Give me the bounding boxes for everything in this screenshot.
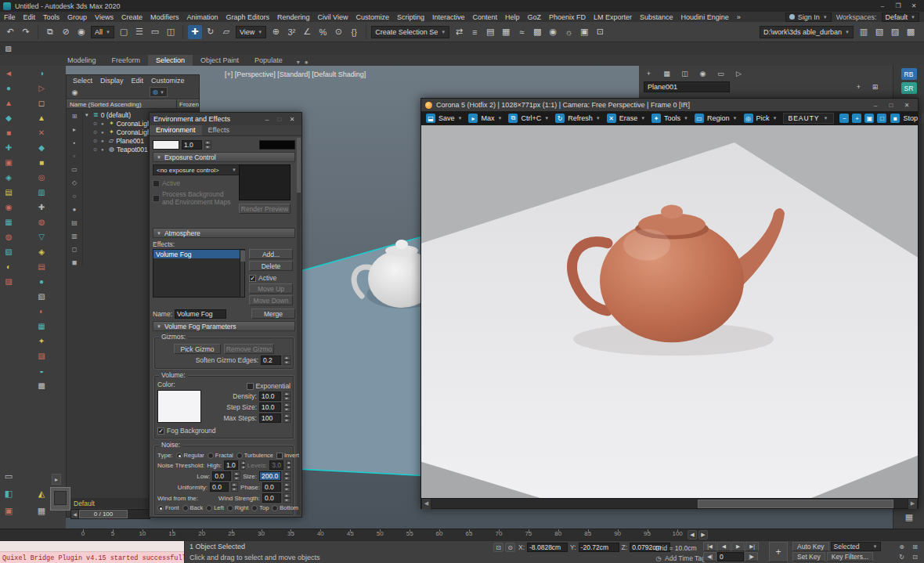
pick-gizmo-button[interactable]: Pick Gizmo <box>174 344 221 354</box>
tool-icon[interactable]: ▲ <box>2 97 16 109</box>
explorer-tool-icon[interactable]: ◼ <box>70 258 80 267</box>
timeline-tick[interactable]: 30 <box>257 530 266 540</box>
track-right-icon[interactable]: ▶ <box>698 530 708 540</box>
visibility-icon[interactable]: ⊙ <box>93 138 99 143</box>
viewport-tool-icon[interactable]: ▦ <box>662 68 672 78</box>
rendered-frame-window-icon[interactable]: ▣ <box>577 25 591 39</box>
region-button[interactable]: ▭ Region ▼ <box>695 114 737 123</box>
tool-icon[interactable]: ◎ <box>35 171 49 183</box>
toggle-ribbon-icon[interactable]: ▦ <box>499 25 513 39</box>
tool-icon[interactable]: ◈ <box>35 246 49 258</box>
uniformity-field[interactable]: 0.0 <box>210 482 229 492</box>
timeline-tick[interactable]: 65 <box>464 530 474 540</box>
timeline-tick[interactable]: 80 <box>554 530 563 540</box>
track-bar[interactable]: 0510152025303540455055606570758085909510… <box>0 529 924 540</box>
go-to-end-button[interactable]: ▶| <box>745 542 759 551</box>
select-by-name-icon[interactable]: ☰ <box>132 25 146 39</box>
viewport-tool-icon[interactable]: ▷ <box>734 68 744 78</box>
timeline-tick[interactable]: 90 <box>613 530 623 540</box>
ribbon-tab[interactable]: Modeling <box>60 55 104 66</box>
density-field[interactable]: 10.0 <box>259 392 281 401</box>
explorer-tool-icon[interactable]: ▫ <box>70 152 80 161</box>
size-spinner[interactable] <box>283 471 291 481</box>
density-spinner[interactable] <box>283 392 291 401</box>
noise-low-spinner[interactable] <box>233 471 240 481</box>
tool-icon[interactable]: ▤ <box>35 261 49 272</box>
use-pivot-point-icon[interactable]: ⊕ <box>269 25 283 39</box>
schematic-view-icon[interactable]: ▩ <box>530 25 544 39</box>
key-filter-selection-dropdown[interactable]: Selected▼ <box>831 542 881 551</box>
zoom-actual-icon[interactable]: □ <box>877 114 886 123</box>
tool-icon[interactable]: ◑ <box>35 67 49 79</box>
timeline-tick[interactable]: 85 <box>583 530 593 540</box>
explorer-tool-icon[interactable]: ◇ <box>70 179 80 187</box>
level-spinner[interactable] <box>204 140 211 150</box>
menu-item[interactable]: Customize <box>352 13 393 21</box>
soften-spinner[interactable] <box>283 355 291 365</box>
tool-icon[interactable]: ◉ <box>2 201 16 213</box>
menu-item[interactable]: Help <box>501 13 524 21</box>
ambient-color-swatch[interactable] <box>259 140 295 150</box>
explorer-tool-icon[interactable]: ▤ <box>70 218 80 227</box>
timeline-tick[interactable]: 45 <box>345 530 355 540</box>
display-filter-dropdown[interactable]: ◍ ▼ <box>150 87 168 97</box>
max-button[interactable]: ▸ Max ▼ <box>468 114 502 123</box>
tool-icon[interactable]: ✚ <box>35 201 49 213</box>
timeline-tick[interactable]: 55 <box>405 530 414 540</box>
effect-item-selected[interactable]: Volume Fog <box>153 250 244 258</box>
ribbon-tab[interactable]: Object Paint <box>193 55 247 66</box>
previous-key-button[interactable]: ◀| <box>703 552 716 561</box>
ribbon-tab[interactable]: Freeform <box>104 55 149 66</box>
menu-item[interactable]: GoZ <box>524 13 546 21</box>
viewport-tool-icon[interactable]: ◉ <box>698 68 708 78</box>
save-button[interactable]: ⬓ Save ▼ <box>426 114 462 123</box>
rb-plugin-button[interactable]: RB <box>901 68 917 80</box>
bind-to-spacewarp-icon[interactable]: ◉ <box>74 25 88 39</box>
tool-icon[interactable]: ■ <box>35 157 49 168</box>
dialog-close-button[interactable]: ✕ <box>287 114 298 124</box>
timeline-tick[interactable]: 50 <box>375 530 384 540</box>
close-button[interactable]: ✕ <box>907 2 921 11</box>
exponential-checkbox[interactable] <box>247 383 254 390</box>
zoom-out-icon[interactable]: − <box>839 114 849 123</box>
noise-low-field[interactable]: 0.0 <box>212 471 231 481</box>
frozen-column-header[interactable]: Frozen <box>176 99 199 109</box>
tool-icon[interactable]: ▭ <box>2 469 16 483</box>
tool-icon[interactable]: ▩ <box>35 380 49 392</box>
panel-tool-icon[interactable]: ⊞ <box>870 82 880 92</box>
selectability-icon[interactable]: ● <box>101 139 106 143</box>
ribbon-tab[interactable]: Populate <box>247 55 291 66</box>
explorer-column-headers[interactable]: Name (Sorted Ascending) Frozen <box>67 99 199 109</box>
tool-icon[interactable]: ▣ <box>2 503 16 518</box>
tool-icon[interactable]: ▣ <box>2 157 16 168</box>
step-size-field[interactable]: 10.0 <box>259 402 281 412</box>
explorer-tool-icon[interactable]: ▭ <box>70 165 80 174</box>
reference-coordinate-dropdown[interactable]: View▼ <box>236 26 266 38</box>
mini-curve-editor[interactable] <box>50 487 70 511</box>
effects-list-scrollbar[interactable] <box>240 250 244 297</box>
tint-color-swatch[interactable] <box>153 140 179 150</box>
tool-icon[interactable]: ✕ <box>35 127 49 139</box>
refresh-button[interactable]: ↻ Refresh ▼ <box>555 114 600 123</box>
tool-icon[interactable]: ▨ <box>2 276 16 287</box>
timeline-tick[interactable]: 10 <box>138 530 147 540</box>
select-and-rotate-icon[interactable]: ↻ <box>204 25 218 39</box>
explorer-tool-icon[interactable]: ▥ <box>70 232 80 240</box>
menu-item[interactable]: LM Exporter <box>590 13 636 21</box>
menu-overflow-icon[interactable]: » <box>733 13 745 21</box>
copy-button[interactable]: ⧉ Ctrl+C ▼ <box>508 114 549 123</box>
step-size-spinner[interactable] <box>283 402 291 412</box>
select-and-link-icon[interactable]: ⧉ <box>43 25 57 39</box>
key-filters-button[interactable]: Key Filters... <box>827 552 873 561</box>
level-field[interactable]: 1.0 <box>182 140 202 150</box>
material-editor-icon[interactable]: ◉ <box>546 25 560 39</box>
previous-frame-button[interactable]: ◀ <box>717 542 731 551</box>
timeline-tick[interactable]: 15 <box>168 530 177 540</box>
workspace-dropdown[interactable]: Default ▼ <box>882 13 919 22</box>
active-checkbox[interactable] <box>153 180 160 187</box>
wind-direction-radio[interactable]: Top <box>251 504 269 511</box>
isolate-selection-icon[interactable]: ⊡ <box>493 543 504 552</box>
corona-title-bar[interactable]: Corona 5 (Hotfix 2) | 1028×771px (1:1) |… <box>421 99 918 111</box>
timeline-tick[interactable]: 95 <box>643 530 652 540</box>
tool-icon[interactable]: ▧ <box>2 246 16 258</box>
